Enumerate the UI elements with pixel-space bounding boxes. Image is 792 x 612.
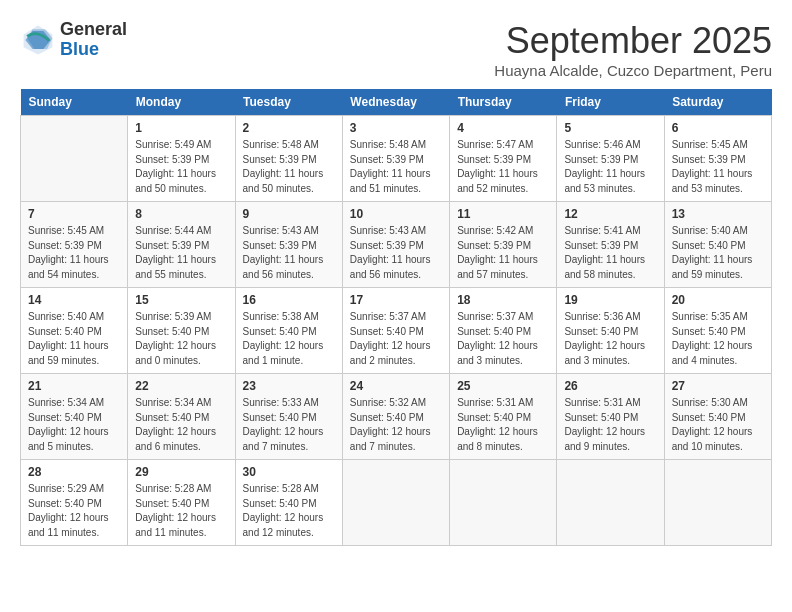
day-number: 12 (564, 207, 656, 221)
day-number: 23 (243, 379, 335, 393)
day-info: Sunrise: 5:45 AM Sunset: 5:39 PM Dayligh… (28, 224, 120, 282)
day-info: Sunrise: 5:46 AM Sunset: 5:39 PM Dayligh… (564, 138, 656, 196)
day-number: 21 (28, 379, 120, 393)
calendar-cell (557, 460, 664, 546)
weekday-header: Sunday (21, 89, 128, 116)
day-info: Sunrise: 5:48 AM Sunset: 5:39 PM Dayligh… (350, 138, 442, 196)
day-info: Sunrise: 5:37 AM Sunset: 5:40 PM Dayligh… (350, 310, 442, 368)
calendar-cell: 11Sunrise: 5:42 AM Sunset: 5:39 PM Dayli… (450, 202, 557, 288)
day-number: 15 (135, 293, 227, 307)
calendar-cell: 15Sunrise: 5:39 AM Sunset: 5:40 PM Dayli… (128, 288, 235, 374)
calendar-week-row: 1Sunrise: 5:49 AM Sunset: 5:39 PM Daylig… (21, 116, 772, 202)
day-number: 1 (135, 121, 227, 135)
day-number: 26 (564, 379, 656, 393)
calendar-cell: 19Sunrise: 5:36 AM Sunset: 5:40 PM Dayli… (557, 288, 664, 374)
day-info: Sunrise: 5:44 AM Sunset: 5:39 PM Dayligh… (135, 224, 227, 282)
calendar-week-row: 14Sunrise: 5:40 AM Sunset: 5:40 PM Dayli… (21, 288, 772, 374)
logo: General Blue (20, 20, 127, 60)
calendar-cell: 17Sunrise: 5:37 AM Sunset: 5:40 PM Dayli… (342, 288, 449, 374)
logo-text: General Blue (60, 20, 127, 60)
day-info: Sunrise: 5:31 AM Sunset: 5:40 PM Dayligh… (457, 396, 549, 454)
day-info: Sunrise: 5:40 AM Sunset: 5:40 PM Dayligh… (672, 224, 764, 282)
calendar-cell: 22Sunrise: 5:34 AM Sunset: 5:40 PM Dayli… (128, 374, 235, 460)
calendar-cell: 8Sunrise: 5:44 AM Sunset: 5:39 PM Daylig… (128, 202, 235, 288)
calendar-cell (21, 116, 128, 202)
weekday-header: Saturday (664, 89, 771, 116)
calendar-cell: 9Sunrise: 5:43 AM Sunset: 5:39 PM Daylig… (235, 202, 342, 288)
day-info: Sunrise: 5:39 AM Sunset: 5:40 PM Dayligh… (135, 310, 227, 368)
day-number: 11 (457, 207, 549, 221)
calendar-cell: 2Sunrise: 5:48 AM Sunset: 5:39 PM Daylig… (235, 116, 342, 202)
day-info: Sunrise: 5:40 AM Sunset: 5:40 PM Dayligh… (28, 310, 120, 368)
day-info: Sunrise: 5:32 AM Sunset: 5:40 PM Dayligh… (350, 396, 442, 454)
day-number: 3 (350, 121, 442, 135)
calendar-cell: 13Sunrise: 5:40 AM Sunset: 5:40 PM Dayli… (664, 202, 771, 288)
day-info: Sunrise: 5:41 AM Sunset: 5:39 PM Dayligh… (564, 224, 656, 282)
calendar-week-row: 28Sunrise: 5:29 AM Sunset: 5:40 PM Dayli… (21, 460, 772, 546)
month-title: September 2025 (494, 20, 772, 62)
day-number: 27 (672, 379, 764, 393)
day-info: Sunrise: 5:42 AM Sunset: 5:39 PM Dayligh… (457, 224, 549, 282)
calendar-cell: 12Sunrise: 5:41 AM Sunset: 5:39 PM Dayli… (557, 202, 664, 288)
calendar-cell: 29Sunrise: 5:28 AM Sunset: 5:40 PM Dayli… (128, 460, 235, 546)
day-info: Sunrise: 5:33 AM Sunset: 5:40 PM Dayligh… (243, 396, 335, 454)
day-info: Sunrise: 5:28 AM Sunset: 5:40 PM Dayligh… (243, 482, 335, 540)
calendar-cell: 5Sunrise: 5:46 AM Sunset: 5:39 PM Daylig… (557, 116, 664, 202)
calendar-table: SundayMondayTuesdayWednesdayThursdayFrid… (20, 89, 772, 546)
calendar-cell: 3Sunrise: 5:48 AM Sunset: 5:39 PM Daylig… (342, 116, 449, 202)
day-info: Sunrise: 5:38 AM Sunset: 5:40 PM Dayligh… (243, 310, 335, 368)
calendar-cell: 28Sunrise: 5:29 AM Sunset: 5:40 PM Dayli… (21, 460, 128, 546)
calendar-cell (342, 460, 449, 546)
calendar-week-row: 7Sunrise: 5:45 AM Sunset: 5:39 PM Daylig… (21, 202, 772, 288)
weekday-header: Monday (128, 89, 235, 116)
weekday-header: Tuesday (235, 89, 342, 116)
day-number: 2 (243, 121, 335, 135)
calendar-cell: 1Sunrise: 5:49 AM Sunset: 5:39 PM Daylig… (128, 116, 235, 202)
day-number: 30 (243, 465, 335, 479)
day-info: Sunrise: 5:28 AM Sunset: 5:40 PM Dayligh… (135, 482, 227, 540)
day-info: Sunrise: 5:49 AM Sunset: 5:39 PM Dayligh… (135, 138, 227, 196)
calendar-cell: 30Sunrise: 5:28 AM Sunset: 5:40 PM Dayli… (235, 460, 342, 546)
day-info: Sunrise: 5:29 AM Sunset: 5:40 PM Dayligh… (28, 482, 120, 540)
weekday-header: Friday (557, 89, 664, 116)
day-number: 5 (564, 121, 656, 135)
calendar-cell (450, 460, 557, 546)
calendar-week-row: 21Sunrise: 5:34 AM Sunset: 5:40 PM Dayli… (21, 374, 772, 460)
calendar-cell: 18Sunrise: 5:37 AM Sunset: 5:40 PM Dayli… (450, 288, 557, 374)
day-info: Sunrise: 5:43 AM Sunset: 5:39 PM Dayligh… (243, 224, 335, 282)
calendar-cell: 7Sunrise: 5:45 AM Sunset: 5:39 PM Daylig… (21, 202, 128, 288)
day-info: Sunrise: 5:47 AM Sunset: 5:39 PM Dayligh… (457, 138, 549, 196)
calendar-cell: 16Sunrise: 5:38 AM Sunset: 5:40 PM Dayli… (235, 288, 342, 374)
day-number: 19 (564, 293, 656, 307)
location-subtitle: Huayna Alcalde, Cuzco Department, Peru (494, 62, 772, 79)
day-number: 22 (135, 379, 227, 393)
day-info: Sunrise: 5:48 AM Sunset: 5:39 PM Dayligh… (243, 138, 335, 196)
day-number: 8 (135, 207, 227, 221)
day-number: 20 (672, 293, 764, 307)
calendar-cell: 26Sunrise: 5:31 AM Sunset: 5:40 PM Dayli… (557, 374, 664, 460)
weekday-header: Wednesday (342, 89, 449, 116)
day-number: 14 (28, 293, 120, 307)
day-number: 17 (350, 293, 442, 307)
day-number: 6 (672, 121, 764, 135)
calendar-cell: 27Sunrise: 5:30 AM Sunset: 5:40 PM Dayli… (664, 374, 771, 460)
day-info: Sunrise: 5:43 AM Sunset: 5:39 PM Dayligh… (350, 224, 442, 282)
calendar-cell: 25Sunrise: 5:31 AM Sunset: 5:40 PM Dayli… (450, 374, 557, 460)
day-info: Sunrise: 5:37 AM Sunset: 5:40 PM Dayligh… (457, 310, 549, 368)
day-number: 24 (350, 379, 442, 393)
weekday-header: Thursday (450, 89, 557, 116)
day-info: Sunrise: 5:30 AM Sunset: 5:40 PM Dayligh… (672, 396, 764, 454)
day-number: 16 (243, 293, 335, 307)
day-number: 28 (28, 465, 120, 479)
day-number: 29 (135, 465, 227, 479)
day-number: 25 (457, 379, 549, 393)
day-number: 9 (243, 207, 335, 221)
page-header: General Blue September 2025 Huayna Alcal… (20, 20, 772, 79)
day-number: 7 (28, 207, 120, 221)
calendar-cell: 10Sunrise: 5:43 AM Sunset: 5:39 PM Dayli… (342, 202, 449, 288)
day-info: Sunrise: 5:31 AM Sunset: 5:40 PM Dayligh… (564, 396, 656, 454)
day-number: 18 (457, 293, 549, 307)
day-number: 10 (350, 207, 442, 221)
title-block: September 2025 Huayna Alcalde, Cuzco Dep… (494, 20, 772, 79)
day-number: 13 (672, 207, 764, 221)
